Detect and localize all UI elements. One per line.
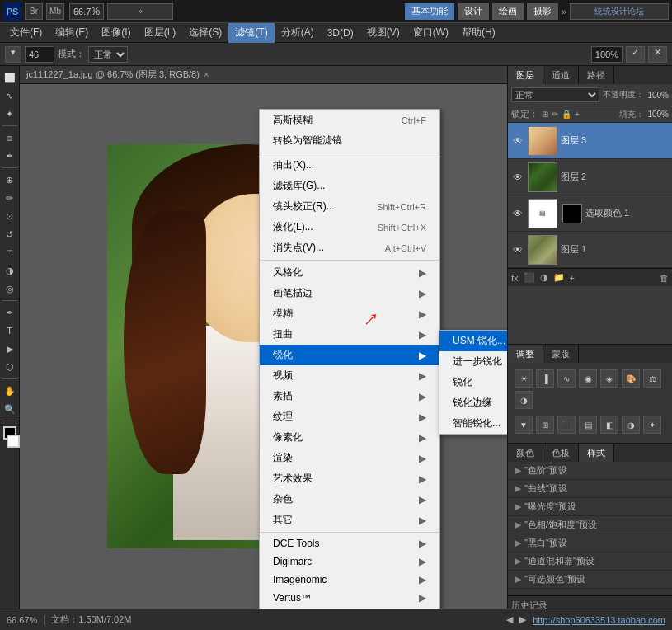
cancel-btn[interactable]: ✕ [648, 46, 667, 63]
tool-magic-wand[interactable]: ✦ [2, 106, 18, 122]
menu-help[interactable]: 帮助(H) [455, 23, 502, 43]
background-color[interactable] [7, 435, 20, 448]
filter-artistic[interactable]: 艺术效果 ▶ [260, 468, 439, 489]
scroll-right[interactable]: ▶ [519, 614, 526, 625]
filter-video[interactable]: 视频 ▶ [260, 365, 439, 386]
tool-eraser[interactable]: ◻ [2, 244, 18, 261]
tool-path-select[interactable]: ▶ [2, 341, 18, 357]
tab-swatches[interactable]: 色板 [543, 444, 579, 462]
style-item-3[interactable]: ▶ "色相/饱和度"预设 [508, 516, 672, 534]
tool-heal[interactable]: ⊕ [2, 172, 18, 188]
menu-analyze[interactable]: 分析(A) [275, 23, 321, 43]
zoom-percent[interactable]: 100% [591, 46, 623, 63]
tab-adjustments[interactable]: 调整 [508, 345, 543, 363]
adj-posterize-icon[interactable]: ▤ [579, 416, 597, 434]
menu-view[interactable]: 视图(V) [360, 23, 406, 43]
adj-selective-icon[interactable]: ✦ [643, 416, 661, 434]
tool-text[interactable]: T [2, 322, 18, 339]
tool-preset-picker[interactable]: ▾ [5, 46, 21, 63]
tool-dodge[interactable]: ◎ [2, 280, 18, 297]
adj-gradient-icon[interactable]: ◑ [622, 416, 640, 434]
layer-delete-btn[interactable]: 🗑 [660, 273, 669, 283]
lock-icon-pos[interactable]: 🔒 [562, 110, 571, 119]
lock-icon-pixel[interactable]: ⊞ [542, 110, 548, 119]
filter-digimarc[interactable]: Digimarc ▶ [260, 552, 439, 571]
canvas-close[interactable]: ✕ [203, 70, 209, 79]
layer-new-btn[interactable]: + [570, 273, 575, 283]
tool-zoom[interactable]: 🔍 [2, 401, 18, 417]
mode-paint[interactable]: 绘画 [492, 3, 524, 20]
layer-item-1[interactable]: 👁 图层 1 [508, 232, 672, 268]
adj-colorbalance-icon[interactable]: ⚖ [643, 369, 661, 388]
style-item-4[interactable]: ▶ "黑白"预设 [508, 534, 672, 552]
filter-vertus[interactable]: Vertus™ ▶ [260, 589, 439, 607]
lock-icon-paint[interactable]: ✏ [552, 110, 558, 119]
tool-pen[interactable]: ✒ [2, 304, 18, 321]
filter-gaussian-blur[interactable]: 高斯模糊 Ctrl+F [260, 110, 439, 130]
layer-item-2[interactable]: 👁 图层 2 [508, 159, 672, 195]
tool-shape[interactable]: ⬡ [2, 359, 18, 375]
lock-icon-all[interactable]: + [575, 110, 580, 119]
blend-mode-select[interactable]: 正常 [88, 46, 128, 63]
style-item-2[interactable]: ▶ "曝光度"预设 [508, 498, 672, 516]
adj-brightness-icon[interactable]: ☀ [515, 369, 533, 388]
style-item-5[interactable]: ▶ "通道混和器"预设 [508, 552, 672, 571]
style-item-6[interactable]: ▶ "可选颜色"预设 [508, 571, 672, 589]
filter-render[interactable]: 渲染 ▶ [260, 448, 439, 468]
layer-visibility-selective[interactable]: 👁 [511, 207, 524, 220]
menu-file[interactable]: 文件(F) [3, 23, 49, 43]
menu-image[interactable]: 图像(I) [95, 23, 137, 43]
filter-vanishing-point[interactable]: 消失点(V)... Alt+Ctrl+V [260, 237, 439, 258]
tab-layers[interactable]: 图层 [508, 66, 543, 84]
adj-invert-icon[interactable]: ⬛ [557, 416, 576, 434]
filter-lens-correction[interactable]: 镜头校正(R)... Shift+Ctrl+R [260, 196, 439, 217]
tab-color[interactable]: 颜色 [508, 444, 543, 462]
adj-threshold-icon[interactable]: ◧ [600, 416, 618, 434]
zoom-control[interactable]: 66.7 % [69, 3, 104, 20]
adj-bw-icon[interactable]: ◑ [515, 391, 533, 409]
brush-size-input[interactable] [25, 46, 54, 63]
tool-crop[interactable]: ⧈ [2, 129, 18, 146]
mode-basic[interactable]: 基本功能 [405, 3, 454, 20]
filter-brush-strokes[interactable]: 画笔描边 ▶ [260, 283, 439, 303]
layer-visibility-3[interactable]: 👁 [511, 134, 524, 148]
tool-clone[interactable]: ⊙ [2, 208, 18, 224]
adj-vibrance-icon[interactable]: ◈ [600, 369, 618, 388]
style-item-1[interactable]: ▶ "曲线"预设 [508, 480, 672, 498]
menu-3d[interactable]: 3D(D) [321, 23, 360, 43]
layer-adj-btn[interactable]: ◑ [540, 272, 548, 283]
menu-window[interactable]: 窗口(W) [406, 23, 455, 43]
filter-blur[interactable]: 模糊 ▶ [260, 303, 439, 324]
blend-mode-dropdown[interactable]: 正常 [511, 87, 599, 102]
mode-photo[interactable]: 摄影 [527, 3, 558, 20]
layer-visibility-2[interactable]: 👁 [511, 171, 524, 184]
more-modes-arrow[interactable]: » [562, 7, 566, 16]
sharpen-usm[interactable]: USM 锐化... [439, 331, 507, 351]
adj-hsl-icon[interactable]: 🎨 [622, 369, 640, 388]
canvas-tab[interactable]: jc111227_1a.jpg @ 66.7% (图层 3, RGB/8) ✕ [20, 66, 507, 84]
adj-exposure-icon[interactable]: ◉ [579, 369, 597, 388]
menu-edit[interactable]: 编辑(E) [49, 23, 95, 43]
tool-history-brush[interactable]: ↺ [2, 226, 18, 242]
menu-filter[interactable]: 滤镜(T) [228, 23, 274, 43]
tool-gradient[interactable]: ◑ [2, 262, 18, 279]
sharpen-smart[interactable]: 智能锐化... [439, 413, 507, 434]
filter-sketch[interactable]: 素描 ▶ [260, 386, 439, 407]
tab-masks[interactable]: 蒙版 [543, 345, 579, 363]
filter-imagenomic[interactable]: Imagenomic ▶ [260, 571, 439, 589]
adj-photofilter-icon[interactable]: ▼ [515, 416, 533, 434]
sharpen-edges[interactable]: 锐化边缘 [439, 393, 507, 413]
menu-layer[interactable]: 图层(L) [138, 23, 183, 43]
layer-fx-btn[interactable]: fx [511, 273, 519, 283]
mode-design[interactable]: 设计 [458, 3, 489, 20]
filter-stylize[interactable]: 风格化 ▶ [260, 262, 439, 283]
tool-brush[interactable]: ✏ [2, 190, 18, 206]
workspace-dropdown[interactable]: » [107, 3, 173, 20]
tab-paths[interactable]: 路径 [579, 66, 614, 84]
filter-other[interactable]: 其它 ▶ [260, 510, 439, 530]
mb-icon[interactable]: Mb [46, 3, 64, 20]
filter-texture[interactable]: 纹理 ▶ [260, 407, 439, 427]
adj-curves-icon[interactable]: ∿ [557, 369, 576, 388]
filter-extract[interactable]: 抽出(X)... [260, 155, 439, 176]
adj-channelmixer-icon[interactable]: ⊞ [536, 416, 554, 434]
